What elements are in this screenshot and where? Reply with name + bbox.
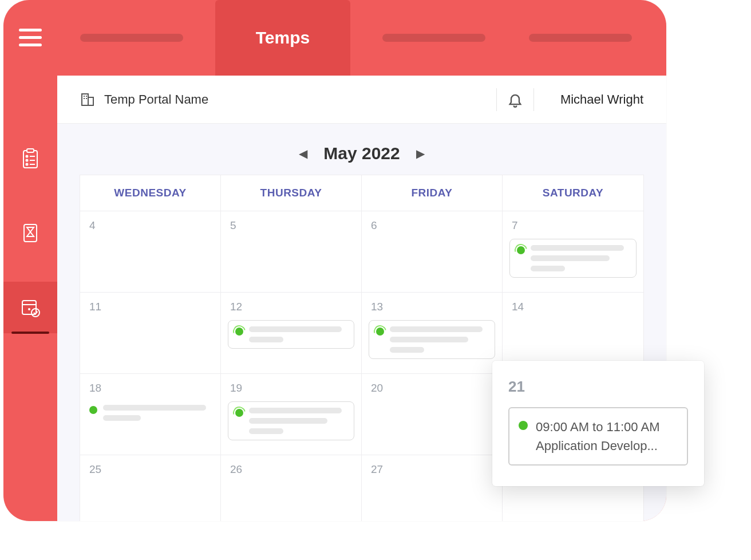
popup-event-title: Application Develop... [536, 436, 659, 455]
tab-placeholder-icon [529, 34, 632, 42]
svg-rect-20 [84, 98, 85, 99]
day-cell[interactable]: 13 [362, 293, 503, 374]
top-bar: Temps [3, 0, 666, 76]
day-number: 4 [87, 219, 214, 232]
column-header: WEDNESDAY [80, 175, 221, 211]
day-number: 14 [509, 301, 637, 313]
day-detail-popup[interactable]: 21 09:00 AM to 11:00 AM Application Deve… [492, 361, 704, 486]
sidebar [3, 76, 57, 521]
day-number: 27 [369, 463, 495, 476]
day-cell[interactable]: 7 [503, 211, 643, 293]
day-number: 25 [87, 463, 214, 476]
day-cell[interactable]: 6 [362, 211, 503, 293]
status-dot-icon [519, 421, 528, 430]
svg-point-14 [28, 308, 30, 310]
day-number: 18 [87, 382, 214, 395]
next-month-button[interactable]: ▶ [412, 143, 429, 164]
svg-rect-12 [22, 301, 36, 314]
day-number: 7 [509, 219, 637, 232]
tab-placeholder-icon [80, 34, 183, 42]
divider [496, 88, 497, 111]
tab-3[interactable] [371, 0, 497, 76]
day-cell[interactable]: 11 [80, 293, 221, 374]
hourglass-icon [20, 223, 41, 243]
svg-rect-17 [88, 97, 93, 105]
day-number: 5 [228, 219, 354, 232]
svg-rect-18 [84, 96, 85, 97]
day-cell[interactable]: 12 [221, 293, 362, 374]
menu-button[interactable] [3, 0, 57, 76]
event-card[interactable] [509, 239, 637, 278]
tab-temps-label: Temps [256, 28, 310, 48]
day-number: 6 [369, 219, 495, 232]
event-card[interactable] [87, 401, 214, 424]
sidebar-item-calendar[interactable] [3, 282, 57, 333]
column-header: SATURDAY [503, 175, 643, 211]
content-header: Temp Portal Name Michael Wright [57, 76, 666, 124]
status-dot-icon [517, 246, 525, 254]
svg-rect-0 [19, 29, 42, 31]
event-placeholder [103, 405, 211, 421]
tab-placeholder-icon [382, 34, 485, 42]
divider [533, 88, 534, 111]
svg-rect-16 [82, 94, 88, 105]
popup-event-card[interactable]: 09:00 AM to 11:00 AM Application Develop… [508, 407, 688, 466]
day-cell[interactable]: 27 [362, 455, 503, 521]
status-dot-icon [235, 409, 243, 417]
tab-temps[interactable]: Temps [215, 0, 350, 76]
event-card[interactable] [228, 320, 354, 349]
event-placeholder [249, 408, 347, 434]
top-tabs: Temps [57, 0, 666, 76]
user-name[interactable]: Michael Wright [544, 92, 643, 107]
popup-event-text: 09:00 AM to 11:00 AM Application Develop… [536, 417, 659, 455]
checklist-icon [20, 148, 41, 169]
svg-rect-1 [19, 36, 42, 39]
building-icon [80, 92, 95, 107]
popup-event-time: 09:00 AM to 11:00 AM [536, 417, 659, 436]
month-selector: ◀ May 2022 ▶ [80, 135, 643, 175]
day-number: 12 [228, 301, 354, 313]
sidebar-item-tasks[interactable] [3, 133, 57, 184]
tab-1[interactable] [69, 0, 195, 76]
day-cell[interactable]: 18 [80, 374, 221, 455]
notifications-icon[interactable] [507, 92, 523, 108]
day-cell[interactable]: 4 [80, 211, 221, 293]
day-number: 19 [228, 382, 354, 395]
svg-point-7 [26, 160, 28, 161]
status-dot-icon [89, 406, 97, 414]
status-dot-icon [376, 328, 384, 336]
svg-rect-2 [19, 44, 42, 46]
day-number: 26 [228, 463, 354, 476]
tab-4[interactable] [517, 0, 643, 76]
day-cell[interactable]: 25 [80, 455, 221, 521]
svg-point-5 [26, 156, 28, 157]
day-number: 20 [369, 382, 495, 395]
svg-rect-21 [86, 98, 87, 99]
menu-icon [19, 29, 42, 47]
portal-label: Temp Portal Name [80, 92, 486, 107]
event-card[interactable] [369, 320, 495, 359]
calendar-check-icon [20, 297, 41, 318]
event-placeholder [390, 326, 488, 353]
svg-rect-3 [23, 151, 37, 168]
svg-rect-19 [86, 96, 87, 97]
month-label: May 2022 [323, 144, 400, 163]
svg-point-9 [26, 164, 28, 165]
status-dot-icon [235, 328, 243, 336]
event-placeholder [531, 245, 629, 271]
portal-name: Temp Portal Name [104, 92, 208, 107]
sidebar-item-hourglass[interactable] [3, 207, 57, 259]
column-header: FRIDAY [362, 175, 503, 211]
day-number: 13 [369, 301, 495, 313]
prev-month-button[interactable]: ◀ [294, 143, 312, 164]
day-cell[interactable]: 19 [221, 374, 362, 455]
day-cell[interactable]: 20 [362, 374, 503, 455]
event-card[interactable] [228, 401, 354, 440]
day-number: 11 [87, 301, 214, 313]
column-header: THURSDAY [221, 175, 362, 211]
popup-day-number: 21 [508, 378, 688, 396]
event-placeholder [249, 326, 347, 342]
day-cell[interactable]: 26 [221, 455, 362, 521]
day-cell[interactable]: 5 [221, 211, 362, 293]
svg-rect-4 [27, 149, 34, 152]
